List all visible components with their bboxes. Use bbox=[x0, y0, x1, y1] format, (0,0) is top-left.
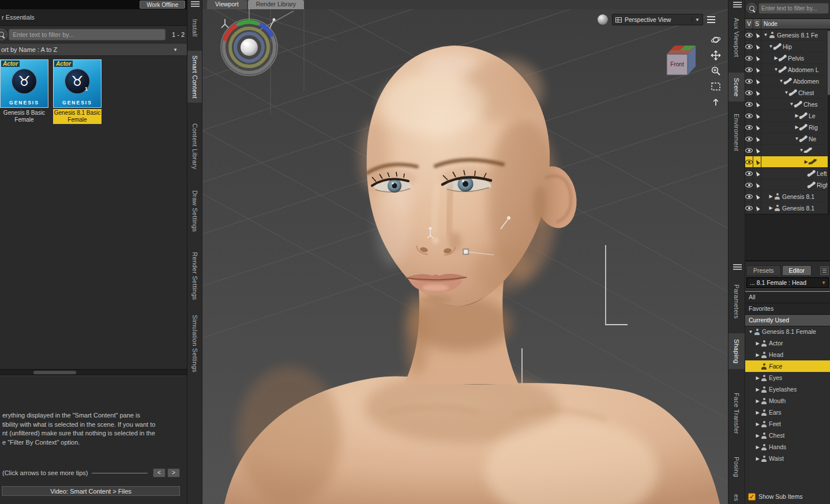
select-toggle[interactable] bbox=[753, 64, 761, 75]
universal-tool-gizmo[interactable] bbox=[221, 19, 277, 76]
select-toggle[interactable] bbox=[753, 41, 761, 52]
visibility-toggle[interactable] bbox=[745, 52, 753, 63]
scene-row[interactable]: ▼ bbox=[745, 145, 828, 156]
horizontal-scrollbar[interactable] bbox=[0, 369, 187, 375]
select-toggle[interactable] bbox=[753, 52, 761, 63]
pane-options-button[interactable] bbox=[820, 266, 829, 275]
expand-arrow[interactable]: ▼ bbox=[763, 32, 769, 37]
product-card-genesis81-selected[interactable]: Actor ♉1 GENESIS Genesis 8.1 Basic Femal… bbox=[53, 59, 102, 124]
scene-row[interactable]: ▼Chest bbox=[745, 87, 828, 99]
visibility-toggle[interactable] bbox=[745, 179, 753, 190]
visibility-toggle[interactable] bbox=[745, 156, 753, 167]
col-node[interactable]: Node bbox=[761, 19, 830, 29]
shaping-row[interactable]: ▶Mouth bbox=[745, 395, 830, 407]
tab-shaping[interactable]: Shaping bbox=[728, 333, 745, 369]
shaping-row[interactable]: ▶Eyes bbox=[745, 372, 830, 383]
scene-row[interactable]: ▼Ne bbox=[745, 133, 828, 145]
camera-zoom-icon[interactable] bbox=[711, 66, 721, 76]
visibility-toggle[interactable] bbox=[745, 168, 753, 179]
visibility-toggle[interactable] bbox=[745, 133, 753, 144]
expand-arrow[interactable]: ▶ bbox=[754, 410, 761, 415]
shaping-row[interactable]: ▶Feet bbox=[745, 418, 830, 430]
expand-arrow[interactable]: ▶ bbox=[754, 375, 761, 381]
visibility-toggle[interactable] bbox=[745, 122, 753, 133]
filter-favorites[interactable]: Favorites bbox=[745, 303, 830, 315]
select-toggle[interactable] bbox=[753, 156, 761, 167]
camera-reset-icon[interactable] bbox=[711, 97, 721, 107]
scene-filter-input[interactable] bbox=[758, 3, 829, 14]
col-selectability[interactable]: S bbox=[753, 19, 761, 29]
shaping-root-row[interactable]: ▼Genesis 8.1 Female bbox=[745, 326, 830, 337]
visibility-toggle[interactable] bbox=[745, 99, 753, 110]
shaping-row[interactable]: ▶Ears bbox=[745, 407, 830, 418]
select-toggle[interactable] bbox=[753, 133, 761, 144]
visibility-toggle[interactable] bbox=[745, 64, 753, 75]
expand-arrow[interactable]: ▶ bbox=[768, 194, 774, 199]
tab-face-transfer[interactable]: Face Transfer bbox=[728, 385, 745, 442]
expand-arrow[interactable]: ▶ bbox=[754, 341, 761, 346]
select-toggle[interactable] bbox=[753, 87, 761, 98]
expand-arrow[interactable]: ▶ bbox=[768, 205, 774, 210]
col-visibility[interactable]: V bbox=[745, 19, 753, 29]
shaping-row[interactable]: ▶Hands bbox=[745, 441, 830, 453]
scene-row[interactable]: ▼Ches bbox=[745, 99, 828, 110]
show-sub-items-checkbox[interactable]: ✓ bbox=[748, 493, 756, 501]
tab-editor[interactable]: Editor bbox=[782, 265, 812, 275]
expand-arrow[interactable]: ▶ bbox=[754, 422, 761, 427]
scene-row[interactable]: ▶Pelvis bbox=[745, 52, 828, 64]
draw-style-sphere-icon[interactable] bbox=[598, 14, 608, 25]
expand-arrow[interactable]: ▶ bbox=[754, 456, 761, 461]
select-toggle[interactable] bbox=[753, 122, 761, 133]
tab-content-library[interactable]: Content Library bbox=[187, 120, 202, 173]
visibility-toggle[interactable] bbox=[745, 145, 753, 156]
tab-simulation-settings[interactable]: Simulation Settings bbox=[187, 310, 202, 377]
scene-row[interactable]: ▼Hip bbox=[745, 41, 828, 52]
shaping-row[interactable]: ▶Head bbox=[745, 349, 830, 360]
prev-tip-button[interactable]: < bbox=[153, 468, 166, 477]
tab-parameters[interactable]: Parameters bbox=[728, 278, 745, 325]
tab-presets[interactable]: Presets bbox=[746, 265, 781, 275]
tab-viewport[interactable]: Viewport bbox=[207, 0, 247, 9]
pane-splitter[interactable] bbox=[745, 214, 830, 261]
visibility-toggle[interactable] bbox=[745, 202, 753, 213]
viewport-3d-canvas[interactable]: Perspective View ▼ Front bbox=[202, 9, 728, 504]
tab-smart-content[interactable]: Smart Content bbox=[187, 51, 202, 103]
product-card-genesis8[interactable]: Actor ♉ GENESIS Genesis 8 Basic Female bbox=[0, 59, 48, 124]
content-filter-input[interactable] bbox=[9, 29, 166, 40]
visibility-toggle[interactable] bbox=[745, 41, 753, 52]
expand-arrow[interactable]: ▶ bbox=[754, 387, 761, 392]
scrollbar-thumb[interactable] bbox=[828, 31, 830, 95]
hamburger-menu-icon[interactable] bbox=[733, 2, 742, 8]
hamburger-menu-icon[interactable] bbox=[191, 1, 200, 7]
sort-dropdown[interactable]: ort by Name : A to Z ▼ bbox=[0, 43, 187, 56]
select-toggle[interactable] bbox=[753, 99, 761, 110]
visibility-toggle[interactable] bbox=[745, 76, 753, 86]
expand-arrow[interactable]: ▶ bbox=[754, 352, 761, 358]
view-cube[interactable]: Front bbox=[661, 42, 699, 78]
scene-row[interactable]: ▼Abdomen bbox=[745, 76, 828, 87]
expand-arrow[interactable]: ▼ bbox=[748, 329, 754, 334]
work-offline-button[interactable]: Work Offline bbox=[140, 1, 185, 9]
select-toggle[interactable] bbox=[753, 145, 761, 156]
tab-scene[interactable]: Scene bbox=[728, 73, 745, 101]
visibility-toggle[interactable] bbox=[745, 29, 753, 40]
search-icon[interactable] bbox=[746, 3, 757, 13]
scene-row[interactable]: ▼Abdomen L bbox=[745, 64, 828, 76]
camera-view-dropdown[interactable]: Perspective View ▼ bbox=[612, 14, 703, 25]
tab-render-settings[interactable]: Render Settings bbox=[187, 250, 202, 302]
video-link[interactable]: Video: Smart Content > Files bbox=[2, 486, 180, 496]
scene-row[interactable]: ▶Le bbox=[745, 110, 828, 122]
select-toggle[interactable] bbox=[753, 76, 761, 86]
search-icon[interactable] bbox=[0, 29, 7, 40]
select-toggle[interactable] bbox=[753, 29, 761, 40]
scene-scrollbar[interactable] bbox=[828, 29, 830, 220]
tab-partial[interactable]: es bbox=[728, 491, 745, 504]
scene-row-selected[interactable]: ▶ bbox=[745, 156, 828, 168]
shaping-row[interactable]: ▶Chest bbox=[745, 430, 830, 441]
shaping-row[interactable]: ▶Eyelashes bbox=[745, 383, 830, 395]
camera-frame-icon[interactable] bbox=[711, 81, 721, 92]
scene-row[interactable]: ▶Genesis 8.1 bbox=[745, 191, 828, 202]
pane-options-icon[interactable] bbox=[707, 16, 715, 23]
expand-arrow[interactable]: ▶ bbox=[754, 398, 761, 404]
scene-row[interactable]: ▶Rig bbox=[745, 122, 828, 133]
